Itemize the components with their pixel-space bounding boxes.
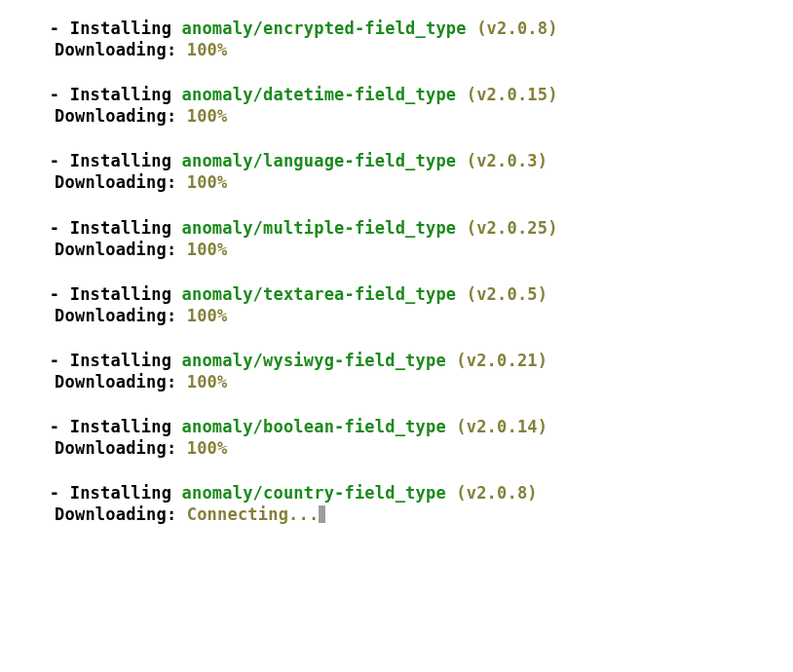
bullet: - xyxy=(29,483,70,503)
package-version: (v2.0.5) xyxy=(467,284,548,304)
download-label: Downloading: xyxy=(55,438,187,458)
package-version: (v2.0.8) xyxy=(456,483,537,503)
terminal-output: - Installing anomaly/encrypted-field_typ… xyxy=(29,18,793,672)
download-line: Downloading: Connecting... xyxy=(29,504,793,525)
download-label: Downloading: xyxy=(55,40,187,59)
download-status: 100% xyxy=(187,240,228,259)
download-line: Downloading: 100% xyxy=(29,305,793,326)
download-line: Downloading: 100% xyxy=(29,239,793,260)
package-version: (v2.0.15) xyxy=(467,85,558,104)
package-version: (v2.0.25) xyxy=(467,218,558,238)
log-entry: - Installing anomaly/textarea-field_type… xyxy=(29,283,793,326)
package-name: anomaly/country-field_type xyxy=(182,483,446,503)
install-line: - Installing anomaly/multiple-field_type… xyxy=(29,217,793,239)
install-label: Installing xyxy=(70,151,182,170)
install-label: Installing xyxy=(70,284,182,304)
terminal-cursor xyxy=(319,505,324,524)
download-line: Downloading: 100% xyxy=(29,39,793,60)
space xyxy=(456,85,466,104)
package-name: anomaly/multiple-field_type xyxy=(182,218,457,238)
log-entry: - Installing anomaly/country-field_type … xyxy=(29,482,793,525)
package-name: anomaly/textarea-field_type xyxy=(182,284,457,304)
download-status: 100% xyxy=(187,40,228,59)
download-status: 100% xyxy=(187,306,228,325)
install-label: Installing xyxy=(70,351,182,370)
install-line: - Installing anomaly/textarea-field_type… xyxy=(29,283,793,305)
install-label: Installing xyxy=(70,417,182,436)
package-name: anomaly/language-field_type xyxy=(182,151,457,170)
space xyxy=(456,284,466,304)
composer-install-log: - Installing anomaly/encrypted-field_typ… xyxy=(29,18,793,526)
download-status: Connecting... xyxy=(187,504,320,524)
install-label: Installing xyxy=(70,85,182,104)
log-entry: - Installing anomaly/datetime-field_type… xyxy=(29,84,793,127)
download-label: Downloading: xyxy=(55,372,187,392)
bullet: - xyxy=(29,19,70,38)
download-line: Downloading: 100% xyxy=(29,437,793,459)
install-line: - Installing anomaly/encrypted-field_typ… xyxy=(29,18,793,39)
install-line: - Installing anomaly/wysiwyg-field_type … xyxy=(29,350,793,371)
package-name: anomaly/boolean-field_type xyxy=(182,417,446,436)
download-line: Downloading: 100% xyxy=(29,171,793,193)
download-label: Downloading: xyxy=(55,172,187,192)
bullet: - xyxy=(29,284,70,304)
log-entry: - Installing anomaly/boolean-field_type … xyxy=(29,416,793,459)
package-name: anomaly/datetime-field_type xyxy=(182,85,457,104)
space xyxy=(446,351,456,370)
bullet: - xyxy=(29,218,70,238)
download-line: Downloading: 100% xyxy=(29,371,793,392)
package-version: (v2.0.14) xyxy=(456,417,548,436)
package-version: (v2.0.8) xyxy=(476,19,557,38)
package-version: (v2.0.21) xyxy=(456,351,548,370)
download-status: 100% xyxy=(187,372,228,392)
download-label: Downloading: xyxy=(55,504,187,524)
install-line: - Installing anomaly/country-field_type … xyxy=(29,482,793,504)
space xyxy=(456,218,466,238)
space xyxy=(446,417,456,436)
bullet: - xyxy=(29,351,70,370)
log-entry: - Installing anomaly/encrypted-field_typ… xyxy=(29,18,793,60)
install-label: Installing xyxy=(70,19,182,38)
install-line: - Installing anomaly/boolean-field_type … xyxy=(29,416,793,437)
space xyxy=(456,151,466,170)
space xyxy=(446,483,456,503)
bullet: - xyxy=(29,417,70,436)
download-label: Downloading: xyxy=(55,106,187,126)
package-name: anomaly/encrypted-field_type xyxy=(182,19,467,38)
install-label: Installing xyxy=(70,218,182,238)
log-entry: - Installing anomaly/language-field_type… xyxy=(29,150,793,193)
download-status: 100% xyxy=(187,106,228,126)
bullet: - xyxy=(29,151,70,170)
install-label: Installing xyxy=(70,483,182,503)
install-line: - Installing anomaly/language-field_type… xyxy=(29,150,793,171)
download-status: 100% xyxy=(187,172,228,192)
download-status: 100% xyxy=(187,438,228,458)
log-entry: - Installing anomaly/multiple-field_type… xyxy=(29,217,793,260)
log-entry: - Installing anomaly/wysiwyg-field_type … xyxy=(29,350,793,392)
bullet: - xyxy=(29,85,70,104)
package-version: (v2.0.3) xyxy=(467,151,548,170)
install-line: - Installing anomaly/datetime-field_type… xyxy=(29,84,793,105)
space xyxy=(467,19,476,38)
package-name: anomaly/wysiwyg-field_type xyxy=(182,351,446,370)
download-line: Downloading: 100% xyxy=(29,105,793,127)
download-label: Downloading: xyxy=(55,306,187,325)
download-label: Downloading: xyxy=(55,240,187,259)
